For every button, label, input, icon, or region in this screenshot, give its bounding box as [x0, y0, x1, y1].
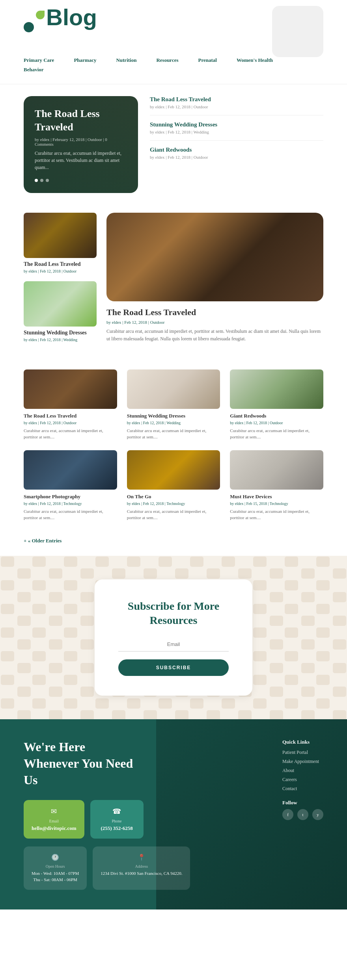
phone-value: (255) 352-6258	[98, 825, 136, 832]
grid-post-excerpt-1: Curabitur arcu erat, accumsan id imperdi…	[24, 427, 117, 440]
grid-post-5: On The Go by eldex | Feb 12, 2018 | Tech…	[127, 450, 220, 521]
hero-sidebar-post-meta-3: by eldex | Feb 12, 2018 | Outdoor	[150, 155, 323, 160]
header: Blog	[0, 0, 347, 57]
location-icon: 📍	[101, 854, 182, 861]
hero-section: The Road Less Traveled by eldex | Februa…	[0, 84, 347, 205]
grid-post-3: Giant Redwoods by eldex | Feb 12, 2018 |…	[230, 369, 323, 440]
nav-pharmacy[interactable]: Pharmacy	[74, 57, 96, 63]
nav-links-container: Primary Care Pharmacy Nutrition Resource…	[24, 57, 323, 76]
grid-post-excerpt-3: Curabitur arcu erat, accumsan id imperdi…	[230, 427, 323, 440]
grid-post-image-5	[127, 450, 220, 490]
site-logo: Blog	[46, 6, 97, 29]
hero-post-meta: by eldex | February 12, 2018 | Outdoor |…	[35, 137, 127, 147]
follow-title: Follow	[282, 800, 323, 806]
grid-post-image-1	[24, 369, 117, 409]
grid-post-4: Smartphone Photography by eldex | Feb 12…	[24, 450, 117, 521]
posts-grid: The Road Less Traveled by eldex | Feb 12…	[24, 369, 323, 521]
quick-links-list: Patient Portal Make Appointment About Ca…	[282, 748, 323, 792]
quick-link-appointment: Make Appointment	[282, 757, 323, 765]
nav-behavior[interactable]: Behavior	[24, 67, 44, 73]
subscribe-section: // We'll generate checker pattern inline…	[0, 556, 347, 720]
grid-post-title-1: The Road Less Traveled	[24, 413, 117, 419]
posts-grid-section: The Road Less Traveled by eldex | Feb 12…	[0, 358, 347, 533]
small-post-title-2: Stunning Wedding Dresses	[24, 330, 97, 336]
featured-main-image	[106, 213, 323, 301]
hero-carousel-dots	[35, 179, 127, 182]
grid-post-image-2	[127, 369, 220, 409]
footer: We're Here Whenever You Need Us ✉ Email …	[0, 719, 347, 909]
grid-post-1: The Road Less Traveled by eldex | Feb 12…	[24, 369, 117, 440]
grid-post-2: Stunning Wedding Dresses by eldex | Feb …	[127, 369, 220, 440]
small-post-meta-2: by eldex | Feb 12, 2018 | Wedding	[24, 338, 97, 342]
hero-sidebar-post-2: Stunning Wedding Dresses by eldex | Feb …	[150, 121, 323, 141]
main-nav: Primary Care Pharmacy Nutrition Resource…	[0, 57, 347, 84]
carousel-dot-3[interactable]	[46, 179, 49, 182]
grid-post-image-3	[230, 369, 323, 409]
carousel-dot-1[interactable]	[35, 179, 38, 182]
social-links: f t y	[282, 809, 323, 820]
quick-link-about: About	[282, 767, 323, 774]
small-post-1: The Road Less Traveled by eldex | Feb 12…	[24, 213, 97, 273]
quick-link-contact: Contact	[282, 785, 323, 792]
address-value: 1234 Divi St. #1000 San Francisco, CA 94…	[101, 870, 182, 876]
twitter-icon[interactable]: t	[297, 809, 308, 820]
grid-post-6: Must Have Devices by eldex | Feb 15, 201…	[230, 450, 323, 521]
grid-post-image-4	[24, 450, 117, 490]
hero-sidebar-post-1: The Road Less Traveled by eldex | Feb 12…	[150, 96, 323, 115]
footer-right-column: Quick Links Patient Portal Make Appointm…	[282, 739, 323, 820]
grid-post-meta-2: by eldex | Feb 12, 2018 | Wedding	[127, 421, 220, 425]
subscribe-email-input[interactable]	[118, 637, 229, 651]
grid-post-image-6	[230, 450, 323, 490]
older-entries-link[interactable]: « Older Entries	[24, 538, 62, 544]
logo-shapes	[24, 10, 45, 35]
subscribe-box: Subscribe for More Resources SUBSCRIBE	[95, 579, 252, 696]
header-image-placeholder	[272, 6, 323, 57]
nav-primary-care[interactable]: Primary Care	[24, 57, 54, 63]
grid-post-meta-3: by eldex | Feb 12, 2018 | Outdoor	[230, 421, 323, 425]
footer-info-cards: 🕐 Open Hours Mon - Wed: 10AM - 07PM Thu …	[24, 846, 323, 890]
grid-post-title-2: Stunning Wedding Dresses	[127, 413, 220, 419]
quick-link-careers: Careers	[282, 776, 323, 783]
hero-sidebar-post-title-2: Stunning Wedding Dresses	[150, 121, 323, 128]
grid-post-meta-1: by eldex | Feb 12, 2018 | Outdoor	[24, 421, 117, 425]
small-post-2: Stunning Wedding Dresses by eldex | Feb …	[24, 281, 97, 342]
hero-sidebar-post-meta-1: by eldex | Feb 12, 2018 | Outdoor	[150, 104, 323, 109]
featured-main-title: The Road Less Traveled	[106, 307, 323, 317]
featured-section: The Road Less Traveled by eldex | Feb 12…	[0, 205, 347, 358]
quick-link-patient-portal: Patient Portal	[282, 748, 323, 755]
footer-phone-card: ☎ Phone (255) 352-6258	[90, 800, 144, 839]
footer-address-card: 📍 Address 1234 Divi St. #1000 San Franci…	[93, 846, 190, 890]
hero-sidebar-post-title-3: Giant Redwoods	[150, 147, 323, 153]
featured-main-content: The Road Less Traveled by eldex | Feb 12…	[106, 307, 323, 343]
facebook-icon[interactable]: f	[282, 809, 293, 820]
hero-sidebar-post-3: Giant Redwoods by eldex | Feb 12, 2018 |…	[150, 147, 323, 165]
grid-post-title-5: On The Go	[127, 494, 220, 500]
small-post-title-1: The Road Less Traveled	[24, 261, 97, 267]
nav-prenatal[interactable]: Prenatal	[198, 57, 217, 63]
grid-post-title-4: Smartphone Photography	[24, 494, 117, 500]
subscribe-button[interactable]: SUBSCRIBE	[118, 659, 229, 676]
featured-main-excerpt: Curabitur arcu erat, accumsan id imperdi…	[106, 328, 323, 343]
footer-hours-card: 🕐 Open Hours Mon - Wed: 10AM - 07PM Thu …	[24, 846, 87, 890]
hours-label: Open Hours	[32, 864, 79, 869]
small-post-image-1	[24, 213, 97, 258]
carousel-dot-2[interactable]	[40, 179, 43, 182]
clock-icon: 🕐	[32, 854, 79, 861]
footer-contact-cards: ✉ Email hello@divitopic.com ☎ Phone (255…	[24, 800, 323, 839]
email-value: hello@divitopic.com	[32, 825, 76, 832]
small-post-meta-1: by eldex | Feb 12, 2018 | Outdoor	[24, 269, 97, 273]
hero-featured-post: The Road Less Traveled by eldex | Februa…	[24, 96, 138, 193]
hero-sidebar-post-meta-2: by eldex | Feb 12, 2018 | Wedding	[150, 130, 323, 134]
grid-post-title-3: Giant Redwoods	[230, 413, 323, 419]
grid-post-excerpt-5: Curabitur arcu erat, accumsan id imperdi…	[127, 508, 220, 521]
hero-post-title: The Road Less Traveled	[35, 107, 127, 134]
address-label: Address	[101, 864, 182, 869]
subscribe-title: Subscribe for More Resources	[118, 599, 229, 628]
nav-womens-health[interactable]: Women's Health	[237, 57, 273, 63]
featured-left-column: The Road Less Traveled by eldex | Feb 12…	[24, 213, 97, 350]
youtube-icon[interactable]: y	[312, 809, 323, 820]
grid-post-meta-4: by eldex | Feb 12, 2018 | Technology	[24, 501, 117, 506]
nav-nutrition[interactable]: Nutrition	[116, 57, 136, 63]
nav-resources[interactable]: Resources	[156, 57, 178, 63]
leaf-teal-icon	[24, 22, 34, 32]
